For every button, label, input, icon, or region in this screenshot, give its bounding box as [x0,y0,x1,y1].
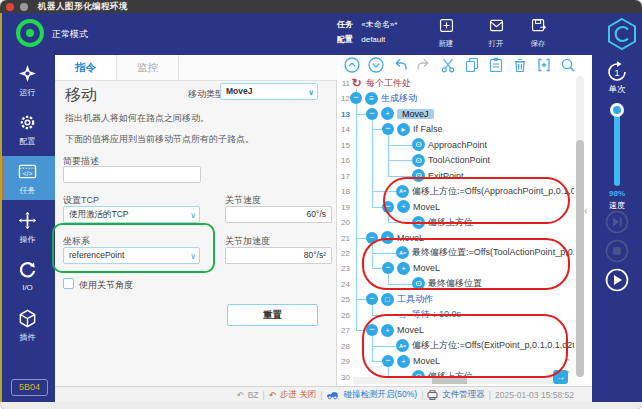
sidebar-item-task[interactable]: </> 任务 [0,156,55,200]
joint-speed-input[interactable]: 60°/s [225,206,332,223]
tree-node-label: 每个工件处 [366,77,411,90]
vertical-scrollbar[interactable] [576,76,584,377]
insert-icon[interactable] [535,56,553,74]
speed-slider-knob[interactable] [610,103,624,117]
cut-icon[interactable] [439,56,457,74]
scroll-down-icon[interactable]: ⌄ [565,367,571,374]
scroll-left-icon[interactable]: ‹ [556,377,558,384]
sidebar-item-config[interactable]: 配置 [0,107,55,151]
step-return-icon: ↶ [269,390,276,400]
step-mode-status[interactable]: 步进 关闭 [280,389,316,401]
tree-row-11[interactable]: ↻每个工件处 [350,76,411,90]
play-button[interactable] [605,268,629,292]
tree-row-27[interactable]: −+MoveL [366,323,424,337]
tree-row-26[interactable]: →等待：10.0s [396,308,461,322]
scroll-up-icon[interactable]: ⌃ [565,358,571,365]
horizontal-scrollbar-thumb[interactable] [432,377,467,384]
joint-accel-input[interactable]: 80°/s² [225,247,332,264]
new-task-button[interactable]: 新建 [424,17,468,49]
tree-row-18[interactable]: A=偏移上方位:=Offs(ApproachPoint_p,0.1,0.1,d2… [396,184,574,198]
use-joint-angle-label: 使用关节角度 [79,279,133,292]
wait-node-icon: → [396,308,409,321]
scroll-right-icon[interactable]: › [565,377,567,384]
brief-desc-input[interactable] [63,166,201,183]
search-icon[interactable] [559,56,577,74]
save-task-button[interactable]: 保存 [516,17,560,49]
tree-row-25[interactable]: −□工具动作 [366,292,433,306]
sidebar-item-run[interactable]: 运行 [0,58,55,102]
collision-status[interactable]: 碰撞检测开启(50%) [343,389,417,401]
step-button[interactable] [605,210,629,234]
paste-icon[interactable] [487,56,505,74]
status-timestamp: 2025-01-03 15:58:52 [495,390,574,400]
collapse-node-icon[interactable]: − [366,232,378,244]
collapse-node-icon[interactable]: − [382,123,394,135]
file-manager-link[interactable]: 文件管理器 [442,389,485,401]
collapse-node-icon[interactable]: − [350,92,362,104]
tree-connector [388,145,412,146]
robot-id-badge[interactable]: 5B04 [11,379,48,396]
svg-text:</>: </> [23,170,33,177]
waypoint-node-icon: ʘ [412,138,425,151]
expand-all-icon[interactable] [343,56,361,74]
line-number: 26 [337,311,350,320]
collapse-node-icon[interactable]: − [366,324,378,336]
sidebar-item-plugin[interactable]: 插件 [0,303,55,347]
tab-command[interactable]: 指令 [55,55,117,80]
tree-row-28[interactable]: A=偏移上方位:=Offs(ExitPoint_p,0.1,0.1,d2r(10… [396,339,574,353]
tree-row-24[interactable]: ʘ最终偏移位置 [412,277,482,291]
tree-row-23[interactable]: −+MoveL [382,261,440,275]
window-title: 机器人图形化编程环境 [38,1,128,13]
collapse-panel-icon[interactable]: ‹ [584,205,587,216]
tcp-select[interactable]: 使用激活的TCP ∨ [63,206,200,223]
tree-row-16[interactable]: ʘToolActionPoint [412,153,490,167]
brand-logo-icon [604,16,640,52]
tree-connector [356,104,357,330]
open-task-button[interactable]: 打开 [474,17,518,49]
vertical-scrollbar-thumb[interactable] [576,140,584,377]
stop-button[interactable] [605,239,629,263]
tree-row-19[interactable]: −+MoveL [382,200,440,214]
tree-connector [356,299,366,300]
tree-row-14[interactable]: −▸If False [382,122,443,136]
collapse-all-icon[interactable] [367,56,385,74]
undo-icon[interactable] [391,56,409,74]
sidebar-item-operate[interactable]: 操作 [0,205,55,249]
tree-row-15[interactable]: ʘApproachPoint [412,138,487,152]
open-button-label: 打开 [474,39,518,49]
tree-row-29[interactable]: −+MoveL [382,354,440,368]
horizontal-scrollbar[interactable] [353,377,553,384]
single-run-icon[interactable]: 1 [605,60,629,84]
tree-row-12[interactable]: −≡生成移动 [350,91,417,105]
collapse-node-icon[interactable]: − [382,262,394,274]
tree-row-21[interactable]: −+MoveL [366,231,424,245]
collapse-node-icon[interactable]: − [382,355,394,367]
line-number: 22 [337,249,350,258]
new-button-label: 新建 [424,39,468,49]
tree-row-17[interactable]: ʘExitPoint [412,169,464,183]
delete-icon[interactable] [511,56,529,74]
copy-icon[interactable] [463,56,481,74]
sidebar-item-io[interactable]: I/O [0,254,55,298]
collapse-node-icon[interactable]: − [366,293,378,305]
close-window-icon[interactable] [6,3,14,11]
tree-connector [388,274,389,283]
collapse-node-icon[interactable]: − [366,108,378,120]
line-number: 24 [337,280,350,289]
frame-select[interactable]: referencePoint ∨ [63,247,200,264]
tree-node-label: MoveL [397,325,424,335]
tree-row-22[interactable]: A=最终偏移位置:=Offs(ToolActionPoint_p,0.1,0.1… [396,246,574,260]
use-joint-angle-checkbox[interactable] [63,278,74,289]
speed-slider[interactable] [614,105,620,186]
tree-row-20[interactable]: ʘ偏移上方位 [412,215,473,229]
tree-row-13[interactable]: −+MoveJ [366,107,434,121]
reset-button[interactable]: 重置 [227,304,318,326]
move-type-select[interactable]: MoveJ ∨ [220,83,318,100]
tab-monitor[interactable]: 监控 [117,55,179,80]
save-button-label: 保存 [516,39,560,49]
loop-node-icon: ↻ [350,77,363,90]
task-value: «未命名»* [361,20,397,29]
minimize-window-icon[interactable] [20,3,28,11]
collapse-node-icon[interactable]: − [382,201,394,213]
redo-icon[interactable] [415,56,433,74]
